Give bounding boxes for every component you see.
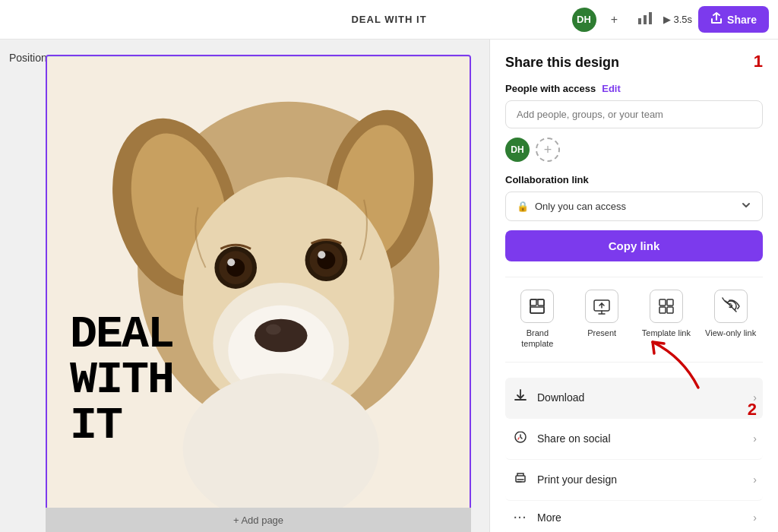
user-avatar[interactable]: DH [572, 8, 596, 32]
download-icon [511, 388, 530, 407]
brand-template-action[interactable]: Brandtemplate [507, 290, 568, 350]
timing-value: 3.5s [674, 14, 693, 25]
avatar-row: DH + [505, 138, 763, 162]
svg-point-13 [266, 325, 281, 335]
present-timing-button[interactable]: ▶ 3.5s [663, 14, 693, 25]
present-label: Present [587, 328, 616, 338]
svg-rect-26 [530, 307, 544, 313]
svg-rect-25 [538, 299, 544, 306]
deal-text-line3: IT [70, 403, 173, 448]
design-title: DEAL WITH IT [351, 14, 426, 25]
add-page-bar[interactable]: + Add page [46, 508, 471, 532]
svg-rect-30 [659, 307, 666, 313]
template-link-icon [650, 290, 683, 323]
download-label: Download [537, 391, 584, 404]
topbar-right: DH + ▶ 3.5s Share [572, 6, 770, 33]
view-only-link-icon [714, 290, 748, 323]
access-dropdown[interactable]: 🔒 Only you can access [505, 192, 763, 221]
menu-list: Download › Share on social › [505, 378, 763, 532]
svg-rect-32 [516, 476, 525, 482]
more-chevron: › [753, 511, 757, 524]
collab-link-label: Collaboration link [505, 174, 763, 185]
present-action[interactable]: Present [571, 290, 632, 350]
print-label: Print your design [537, 473, 617, 486]
deal-text-line1: DEAL [70, 312, 173, 357]
edit-link[interactable]: Edit [602, 83, 621, 94]
svg-rect-23 [530, 299, 544, 313]
svg-rect-2 [649, 12, 652, 24]
download-left: Download [511, 388, 584, 407]
share-social-left: Share on social [511, 429, 611, 448]
template-link-action[interactable]: Template link [636, 290, 697, 350]
view-only-link-label: View-only link [705, 328, 756, 338]
share-icon [710, 12, 723, 27]
svg-point-17 [227, 258, 235, 266]
more-icon: ··· [511, 511, 530, 524]
design-canvas: ▶ [46, 55, 471, 511]
svg-rect-29 [667, 299, 673, 306]
svg-rect-31 [667, 307, 673, 313]
people-section-label: People with access [505, 83, 596, 94]
annotation-number-2: 2 [748, 400, 757, 420]
add-person-button[interactable]: + [536, 138, 560, 162]
canvas-deal-text: DEAL WITH IT [70, 312, 173, 448]
plus-icon: + [611, 13, 618, 27]
panel-title: Share this design [505, 55, 763, 71]
more-label: More [537, 511, 561, 524]
view-only-link-action[interactable]: View-only link [701, 290, 761, 350]
share-social-icon [511, 429, 530, 448]
access-option-text: Only you can access [535, 201, 626, 212]
chart-icon [638, 12, 652, 27]
user-avatar-small: DH [505, 138, 530, 162]
svg-point-12 [255, 319, 308, 353]
more-left: ··· More [511, 511, 561, 524]
actions-row: Brandtemplate Present [505, 277, 763, 363]
svg-rect-24 [530, 299, 536, 306]
brand-template-icon [520, 290, 554, 323]
deal-text-line2: WITH [70, 357, 173, 403]
copy-link-button[interactable]: Copy link [505, 230, 763, 261]
access-dropdown-left: 🔒 Only you can access [517, 201, 626, 212]
more-menu-item[interactable]: ··· More › [505, 501, 763, 532]
people-section: People with access Edit [505, 83, 763, 94]
print-icon [511, 470, 530, 489]
add-people-input[interactable] [505, 100, 763, 128]
chevron-down-icon [741, 200, 751, 213]
add-button[interactable]: + [602, 8, 627, 32]
print-left: Print your design [511, 470, 617, 489]
share-label: Share [727, 14, 757, 26]
share-panel: 1 Share this design People with access E… [489, 40, 778, 532]
analytics-button[interactable] [633, 8, 657, 32]
svg-rect-0 [638, 18, 641, 24]
svg-point-21 [318, 251, 325, 258]
share-button[interactable]: Share [698, 6, 769, 33]
template-link-label: Template link [642, 328, 691, 338]
lock-icon: 🔒 [517, 201, 529, 212]
share-social-label: Share on social [537, 432, 611, 445]
share-social-menu-item[interactable]: Share on social › [505, 419, 763, 460]
share-social-chevron: › [753, 432, 757, 445]
svg-rect-28 [659, 299, 666, 306]
print-chevron: › [753, 473, 757, 486]
download-menu-item[interactable]: Download › [505, 378, 763, 419]
position-label: Position [9, 52, 47, 64]
svg-rect-1 [644, 15, 647, 24]
annotation-number-1: 1 [754, 52, 763, 71]
present-icon [585, 290, 618, 323]
topbar: DEAL WITH IT DH + ▶ 3.5s [0, 0, 778, 40]
print-menu-item[interactable]: Print your design › [505, 460, 763, 501]
play-icon: ▶ [663, 14, 671, 25]
brand-template-label: Brandtemplate [521, 328, 553, 350]
